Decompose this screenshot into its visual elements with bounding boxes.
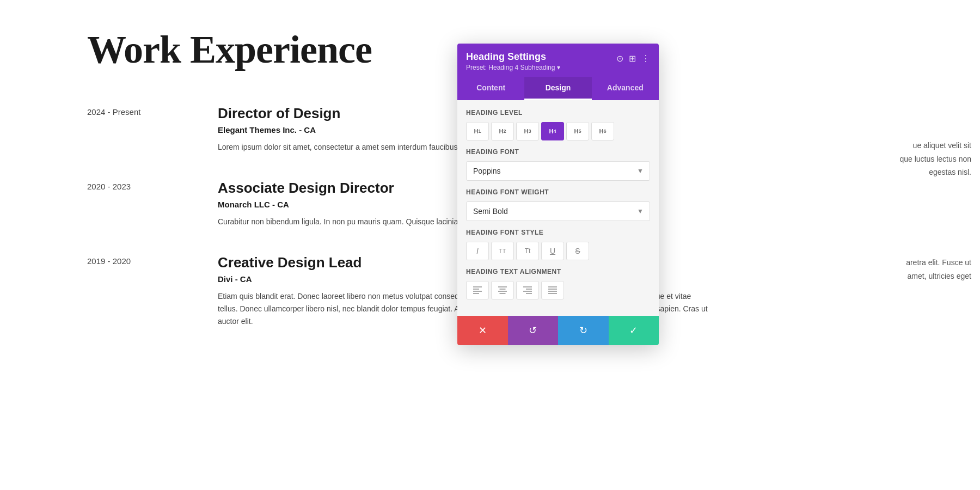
italic-button[interactable]: I	[466, 242, 489, 260]
svg-rect-9	[526, 289, 532, 290]
heading-level-row: H1 H2 H3 H4 H5 H6	[466, 122, 650, 140]
h2-button[interactable]: H2	[491, 122, 514, 140]
heading-settings-panel: Heading Settings Preset: Heading 4 Subhe…	[457, 44, 659, 345]
panel-header-icons: ⊙ ⊞ ⋮	[616, 53, 650, 64]
svg-rect-5	[500, 289, 506, 290]
heading-font-select[interactable]: Poppins Roboto Open Sans Lato Montserrat	[466, 161, 650, 181]
heading-font-weight-select[interactable]: Thin Light Regular Semi Bold Bold Extra …	[466, 201, 650, 221]
svg-rect-13	[548, 289, 557, 290]
h6-button[interactable]: H6	[591, 122, 614, 140]
svg-rect-8	[523, 286, 532, 287]
h5-button[interactable]: H5	[566, 122, 589, 140]
strikethrough-button[interactable]: S	[566, 242, 589, 260]
svg-rect-6	[498, 291, 507, 292]
svg-rect-4	[498, 286, 507, 287]
panel-title: Heading Settings	[466, 51, 560, 63]
heading-level-label: Heading Level	[466, 109, 650, 117]
heading-font-weight-select-wrap: Thin Light Regular Semi Bold Bold Extra …	[466, 201, 650, 221]
redo-button[interactable]: ↻	[558, 316, 609, 345]
more-icon[interactable]: ⋮	[641, 53, 650, 64]
svg-rect-14	[548, 291, 557, 292]
heading-font-label: Heading Font	[466, 148, 650, 156]
svg-rect-12	[548, 286, 557, 287]
undo-button[interactable]: ↺	[508, 316, 559, 345]
heading-text-alignment-label: Heading Text Alignment	[466, 268, 650, 275]
svg-rect-15	[548, 293, 557, 294]
align-center-button[interactable]	[491, 281, 514, 299]
cancel-button[interactable]: ✕	[457, 316, 508, 345]
panel-body: Heading Level H1 H2 H3 H4 H5 H6 Heading …	[457, 100, 659, 316]
svg-rect-11	[526, 293, 532, 294]
tab-content[interactable]: Content	[457, 77, 524, 100]
svg-rect-3	[473, 293, 479, 294]
h4-button[interactable]: H4	[541, 122, 564, 140]
work-date-3: 2019 - 2020	[87, 254, 207, 328]
h3-button[interactable]: H3	[516, 122, 539, 140]
bleed-text-top: ue aliquet velit sit que luctus lectus n…	[868, 139, 971, 179]
panel-preset[interactable]: Preset: Heading 4 Subheading ▾	[466, 64, 560, 71]
underline-button[interactable]: U	[541, 242, 564, 260]
svg-rect-2	[473, 291, 482, 292]
tab-advanced[interactable]: Advanced	[592, 77, 659, 100]
work-date-1: 2024 - Present	[87, 105, 207, 154]
align-right-button[interactable]	[516, 281, 539, 299]
panel-header: Heading Settings Preset: Heading 4 Subhe…	[457, 44, 659, 77]
heading-font-select-wrap: Poppins Roboto Open Sans Lato Montserrat…	[466, 161, 650, 181]
svg-rect-1	[473, 289, 479, 290]
save-button[interactable]: ✓	[609, 316, 659, 345]
svg-rect-10	[523, 291, 532, 292]
align-left-button[interactable]	[466, 281, 489, 299]
svg-rect-0	[473, 286, 482, 287]
panel-tabs: Content Design Advanced	[457, 77, 659, 100]
svg-rect-7	[500, 293, 506, 294]
grid-icon[interactable]: ⊞	[629, 53, 636, 64]
h1-button[interactable]: H1	[466, 122, 489, 140]
bleed-text-bottom: aretra elit. Fusce ut amet, ultricies eg…	[868, 256, 971, 283]
panel-footer: ✕ ↺ ↻ ✓	[457, 316, 659, 345]
work-date-2: 2020 - 2023	[87, 180, 207, 228]
tab-design[interactable]: Design	[524, 77, 591, 100]
heading-font-weight-label: Heading Font Weight	[466, 188, 650, 196]
target-icon[interactable]: ⊙	[616, 53, 623, 64]
text-align-row	[466, 281, 650, 299]
align-justify-button[interactable]	[541, 281, 564, 299]
font-style-row: I TT Tt U S	[466, 242, 650, 260]
capitalize-button[interactable]: Tt	[516, 242, 539, 260]
heading-font-style-label: Heading Font Style	[466, 229, 650, 236]
allcaps-button[interactable]: TT	[491, 242, 514, 260]
